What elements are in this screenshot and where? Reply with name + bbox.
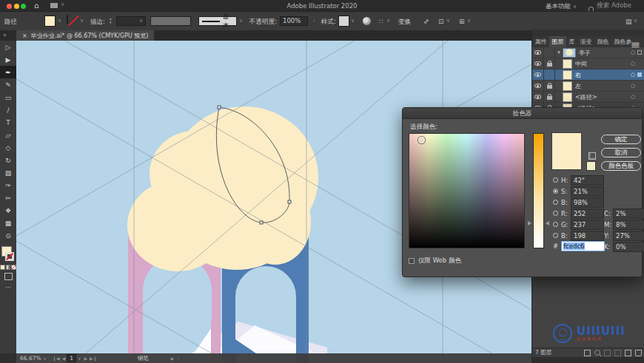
layer-row[interactable]: 左 ○ — [532, 81, 644, 92]
value-field[interactable]: 198 — [571, 231, 604, 241]
visibility-toggle[interactable] — [532, 50, 543, 55]
curvature-tool[interactable]: ✎ — [0, 78, 16, 91]
eraser-tool[interactable]: ◇ — [0, 141, 16, 154]
dialog-title[interactable]: 拾色器 — [403, 108, 642, 119]
expand-icon[interactable]: ↔ — [422, 17, 431, 26]
checkbox-icon[interactable] — [409, 258, 415, 264]
selection-tool[interactable]: ▷ — [0, 41, 16, 53]
first-artboard-icon[interactable]: ❙◀ — [53, 356, 60, 361]
fill-caret-icon[interactable]: ∨ — [58, 18, 61, 24]
stroke-color-swatch[interactable] — [67, 15, 68, 24]
stroke-weight-stepper[interactable]: ▴▾ — [110, 17, 112, 24]
artboard-caret-icon[interactable]: ∨ — [78, 356, 81, 361]
delete-layer-icon[interactable] — [635, 350, 642, 356]
docs-grid-icon[interactable]: ▤ — [625, 18, 632, 25]
align-icon[interactable]: ∷ — [379, 18, 383, 25]
layer-name[interactable]: 左 — [575, 82, 581, 90]
slider-handle-left-icon[interactable] — [528, 221, 531, 225]
lock-toggle[interactable] — [544, 94, 554, 100]
layer-row[interactable]: 右 ○ — [532, 69, 644, 81]
fill-stroke-widget[interactable] — [0, 245, 16, 263]
slider-handle-right-icon[interactable] — [546, 221, 549, 225]
radio-icon[interactable] — [553, 189, 558, 194]
scissors-tool[interactable]: ✂ — [0, 191, 16, 204]
visibility-toggle[interactable] — [532, 95, 543, 99]
layer-thumbnail[interactable] — [563, 48, 576, 58]
opacity-field[interactable]: 100% — [280, 16, 308, 26]
transform-link[interactable]: 变换 — [398, 18, 411, 27]
toolbar-stroke-swatch[interactable] — [5, 252, 14, 261]
visibility-toggle[interactable] — [532, 84, 543, 88]
color-mode-icon[interactable] — [0, 265, 5, 270]
prev-artboard-icon[interactable]: ◀ — [62, 356, 66, 361]
document-tab[interactable]: × 毕业作业.ai* @ 66.67% (CMYK/GPU 预览) — [16, 30, 154, 41]
value-field[interactable]: 252 — [571, 208, 604, 219]
radio-icon[interactable] — [553, 211, 558, 216]
selection-square-icon[interactable] — [637, 72, 642, 77]
color-field-marker[interactable] — [418, 137, 425, 143]
close-tab-icon[interactable]: × — [22, 33, 27, 39]
radio-icon[interactable] — [553, 200, 558, 205]
symbol-tool[interactable]: ❖ — [0, 204, 16, 217]
select-similar-icon[interactable]: ⊡ — [438, 18, 444, 25]
cancel-button[interactable]: 取消 — [601, 148, 641, 157]
last-artboard-icon[interactable]: ▶❙ — [90, 356, 97, 361]
lock-toggle[interactable] — [544, 61, 554, 67]
new-sublayer-icon[interactable] — [614, 350, 621, 356]
layer-row[interactable]: ▾ 亭子 ○ — [532, 47, 644, 58]
edit-toolbar-icon[interactable]: … — [0, 282, 16, 289]
value-field[interactable]: 42° — [571, 175, 604, 186]
radio-icon[interactable] — [553, 177, 558, 183]
brush-dropdown[interactable]: 基本 — [198, 16, 237, 26]
value-field[interactable]: 8% — [613, 220, 644, 230]
value-field[interactable]: 21% — [571, 186, 604, 197]
hex-input[interactable]: fcedc6 — [561, 241, 605, 251]
radio-icon[interactable] — [553, 222, 558, 227]
layer-thumbnail[interactable] — [563, 59, 572, 69]
value-field[interactable]: 2% — [613, 208, 644, 219]
value-field[interactable]: 0% — [613, 242, 644, 252]
recolor-artwork-icon[interactable] — [363, 17, 371, 25]
radio-icon[interactable] — [553, 233, 558, 238]
layer-thumbnail[interactable] — [563, 70, 572, 80]
docs-grid-caret-icon[interactable]: ∨ — [634, 18, 637, 24]
eyedropper-tool[interactable]: ✑ — [0, 179, 16, 191]
type-tool[interactable]: T — [0, 116, 16, 129]
tab-properties[interactable]: 属性 — [532, 36, 549, 47]
zoom-tool[interactable]: ⊙ — [0, 229, 16, 242]
isolate-caret-icon[interactable]: ∨ — [467, 18, 471, 24]
selection-square-icon[interactable] — [637, 50, 642, 55]
draw-mode-icon[interactable] — [4, 273, 13, 280]
color-swatches-button[interactable]: 颜色色板 — [601, 161, 641, 171]
visibility-toggle[interactable] — [532, 72, 543, 77]
color-mode-row[interactable] — [0, 265, 16, 270]
direct-selection-tool[interactable]: ▶ — [0, 53, 16, 66]
workspace-switcher[interactable]: 基本功能 ∨ — [546, 2, 577, 11]
tab-color[interactable]: 颜色 — [594, 36, 611, 47]
brush-caret-icon[interactable]: ∨ — [239, 18, 243, 24]
expand-chevron-icon[interactable]: ▾ — [555, 50, 563, 55]
new-layer-icon[interactable] — [625, 350, 631, 356]
web-gamut-cube-icon[interactable] — [588, 152, 596, 160]
layer-thumbnail[interactable] — [563, 81, 572, 91]
target-circle-icon[interactable]: ○ — [631, 94, 635, 100]
value-field[interactable]: 98% — [571, 197, 604, 208]
visibility-toggle[interactable] — [532, 61, 543, 66]
stroke-weight-caret-icon[interactable]: ∨ — [139, 18, 143, 24]
align-caret-icon[interactable]: ∨ — [386, 18, 390, 24]
fill-color-swatch[interactable] — [44, 16, 56, 27]
isolate-icon[interactable]: ⊞ — [459, 18, 465, 25]
style-swatch[interactable] — [338, 16, 349, 27]
stroke-caret-icon[interactable]: ∨ — [80, 18, 84, 24]
make-clip-mask-icon[interactable] — [604, 350, 611, 356]
artboard-tool[interactable]: ▦ — [0, 217, 16, 229]
style-caret-icon[interactable]: ∨ — [351, 18, 355, 24]
none-mode-icon[interactable] — [11, 265, 16, 270]
web-only-option[interactable]: 仅限 Web 颜色 — [409, 257, 461, 265]
gradient-mode-icon[interactable] — [6, 265, 11, 270]
target-circle-icon[interactable]: ○ — [631, 72, 635, 78]
status-back-icon[interactable]: ‹ — [177, 356, 178, 361]
free-transform-tool[interactable]: ▱ — [0, 129, 16, 141]
zoom-level[interactable]: 66.67% — [20, 355, 41, 362]
opacity-expand-icon[interactable]: › — [313, 18, 315, 24]
